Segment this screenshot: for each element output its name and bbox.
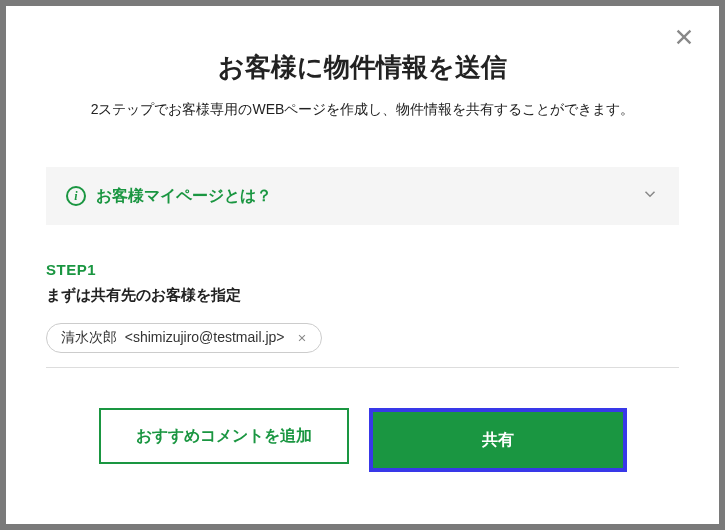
button-row: おすすめコメントを追加 共有 xyxy=(46,408,679,472)
recipient-chip: 清水次郎 <shimizujiro@testmail.jp> xyxy=(46,323,322,353)
close-icon xyxy=(673,26,695,48)
modal-title: お客様に物件情報を送信 xyxy=(46,50,679,85)
step-instruction: まずは共有先のお客様を指定 xyxy=(46,286,679,305)
chevron-down-icon xyxy=(641,185,659,207)
share-modal: お客様に物件情報を送信 2ステップでお客様専用のWEBページを作成し、物件情報を… xyxy=(6,6,719,524)
add-comment-button[interactable]: おすすめコメントを追加 xyxy=(99,408,349,464)
close-button[interactable] xyxy=(673,26,695,52)
step-section: STEP1 まずは共有先のお客様を指定 清水次郎 <shimizujiro@te… xyxy=(46,261,679,368)
share-button[interactable]: 共有 xyxy=(373,412,623,468)
chip-remove-button[interactable] xyxy=(293,329,311,347)
accordion-header-left: i お客様マイページとは？ xyxy=(66,186,272,207)
info-icon: i xyxy=(66,186,86,206)
close-icon xyxy=(297,333,307,343)
recipient-input-row[interactable]: 清水次郎 <shimizujiro@testmail.jp> xyxy=(46,323,679,368)
accordion-label: お客様マイページとは？ xyxy=(96,186,272,207)
modal-subtitle: 2ステップでお客様専用のWEBページを作成し、物件情報を共有することができます。 xyxy=(46,101,679,119)
primary-button-highlight: 共有 xyxy=(369,408,627,472)
recipient-chip-text: 清水次郎 <shimizujiro@testmail.jp> xyxy=(61,329,285,347)
accordion-mypage-info[interactable]: i お客様マイページとは？ xyxy=(46,167,679,225)
step-label: STEP1 xyxy=(46,261,679,278)
